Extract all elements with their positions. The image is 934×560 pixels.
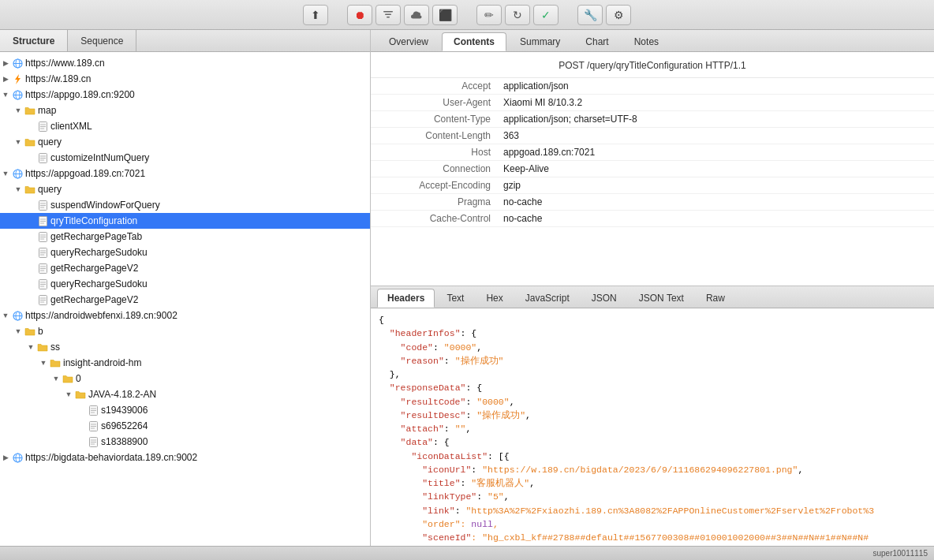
tree-item[interactable]: qryTitleConfiguration (0, 213, 370, 229)
stop-btn[interactable]: ⬛ (432, 5, 458, 25)
tree-item[interactable]: getRechargePageTab (0, 229, 370, 245)
tab-json-text[interactable]: JSON Text (629, 289, 694, 308)
tree-toggle-icon: ▼ (25, 343, 36, 351)
structure-tabs: Structure Sequence (0, 30, 370, 52)
tree-item[interactable]: ▼https://androidwebfenxi.189.cn:9002 (0, 308, 370, 323)
bottom-tabs: Headers Text Hex JavaScript JSON JSON Te… (371, 286, 934, 308)
tab-sequence[interactable]: Sequence (68, 30, 136, 51)
header-value: Xiaomi MI 8/10.3.2 (497, 95, 934, 111)
tree-node-icon (11, 58, 24, 69)
tree-item-label: 0 (76, 373, 81, 384)
tab-text[interactable]: Text (436, 289, 474, 308)
filter-btn[interactable] (375, 5, 401, 25)
tab-chart[interactable]: Chart (573, 32, 620, 51)
tab-contents[interactable]: Contents (442, 32, 506, 51)
header-value: no-cache (497, 211, 934, 227)
tree-item-label: https://androidwebfenxi.189.cn:9002 (25, 310, 177, 321)
tree-item[interactable]: s18388900 (0, 434, 370, 450)
tab-json[interactable]: JSON (581, 289, 627, 308)
tree-item[interactable]: ▶https://w.189.cn (0, 71, 370, 87)
tree-item[interactable]: ▶https://bigdata-behaviordata.189.cn:900… (0, 450, 370, 465)
check-btn[interactable]: ✓ (533, 5, 559, 25)
tab-summary[interactable]: Summary (508, 32, 572, 51)
tree-item[interactable]: suspendWindowForQuery (0, 197, 370, 213)
tab-raw[interactable]: Raw (696, 289, 735, 308)
tab-notes[interactable]: Notes (622, 32, 671, 51)
header-value: Keep-Alive (497, 161, 934, 177)
tree-item[interactable]: clientXML (0, 118, 370, 134)
svg-rect-0 (383, 11, 393, 13)
tree-toggle-icon: ▼ (63, 390, 74, 398)
tree-node-icon (87, 437, 99, 447)
cloud-btn[interactable] (404, 5, 429, 25)
tree-item[interactable]: ▼https://appgo.189.cn:9200 (0, 87, 370, 103)
header-key: Content-Type (371, 111, 497, 128)
svg-marker-6 (15, 74, 21, 84)
tab-hex[interactable]: Hex (476, 289, 513, 308)
tree-toggle-icon: ▼ (0, 91, 11, 99)
left-panel: Structure Sequence ▶https://www.189.cn▶h… (0, 30, 371, 546)
tree-item[interactable]: ▼https://appgoad.189.cn:7021 (0, 166, 370, 181)
status-user: super10011115 (872, 549, 928, 558)
tree-item[interactable]: ▼ss (0, 339, 370, 355)
tree-item-label: getRechargePageTab (50, 231, 142, 242)
tree-toggle-icon: ▼ (0, 170, 11, 177)
tree-node-icon (11, 90, 24, 100)
svg-rect-1 (385, 13, 391, 15)
svg-rect-2 (387, 17, 390, 18)
tree-item-label: getRechargePageV2 (50, 294, 138, 305)
tree-node-icon (24, 137, 36, 147)
tree-item[interactable]: queryRechargeSudoku (0, 276, 370, 292)
tree-item-label: s18388900 (101, 436, 148, 447)
tab-headers[interactable]: Headers (377, 289, 435, 308)
settings-btn[interactable]: ⚙ (606, 5, 631, 25)
tree-item[interactable]: ▼insight-android-hm (0, 355, 370, 371)
header-row: Content-Typeapplication/json; charset=UT… (371, 111, 934, 128)
tree-item[interactable]: getRechargePageV2 (0, 260, 370, 276)
tree-item[interactable]: customizeIntNumQuery (0, 150, 370, 166)
toolbar: ⬆ ⏺ ⬛ ✏ ↻ ✓ 🔧 ⚙ (0, 0, 934, 30)
tree-item[interactable]: ▼query (0, 134, 370, 150)
tab-structure[interactable]: Structure (0, 30, 68, 51)
tree-item[interactable]: ▼b (0, 323, 370, 339)
tree-item[interactable]: ▼0 (0, 371, 370, 386)
header-row: Pragmano-cache (371, 194, 934, 211)
tree-node-icon (36, 200, 49, 211)
tab-javascript[interactable]: JavaScript (515, 289, 580, 308)
tree-node-icon (87, 405, 99, 416)
record-btn[interactable]: ⏺ (347, 5, 372, 25)
tree-item[interactable]: ▶https://www.189.cn (0, 55, 370, 71)
header-value: application/json (497, 78, 934, 95)
header-key: Accept (371, 78, 497, 95)
tree-item[interactable]: ▼query (0, 181, 370, 197)
tree-toggle-icon: ▶ (0, 59, 11, 67)
refresh-btn[interactable]: ↻ (505, 5, 530, 25)
tree-item[interactable]: s19439006 (0, 402, 370, 418)
tree-item-label: https://appgoad.189.cn:7021 (25, 168, 145, 179)
tree-toggle-icon: ▼ (0, 312, 11, 319)
tree-item-label: https://www.189.cn (25, 58, 105, 69)
tree-item[interactable]: getRechargePageV2 (0, 292, 370, 308)
tree-item-label: insight-android-hm (63, 357, 141, 368)
tree-node-icon (24, 327, 36, 336)
tree-item-label: queryRechargeSudoku (50, 247, 148, 258)
tree-node-icon (87, 421, 99, 431)
header-row: User-AgentXiaomi MI 8/10.3.2 (371, 95, 934, 111)
tree-item-label: s69652264 (101, 420, 148, 431)
tools-btn[interactable]: 🔧 (577, 5, 603, 25)
tree-node-icon (36, 248, 49, 258)
tree-item[interactable]: ▼map (0, 103, 370, 118)
tab-overview[interactable]: Overview (377, 32, 440, 51)
header-value: gzip (497, 177, 934, 194)
tree-item-label: customizeIntNumQuery (50, 152, 149, 163)
pointer-tool-btn[interactable]: ⬆ (303, 5, 328, 25)
tree-item-label: clientXML (50, 121, 92, 132)
tree-item[interactable]: ▼JAVA-4.18.2-AN (0, 386, 370, 402)
tree-item-label: query (38, 136, 62, 147)
pen-btn[interactable]: ✏ (476, 5, 502, 25)
tree-node-icon (49, 358, 62, 368)
header-key: Pragma (371, 194, 497, 211)
tree-item[interactable]: queryRechargeSudoku (0, 245, 370, 260)
tree-item[interactable]: s69652264 (0, 418, 370, 434)
headers-table: Acceptapplication/jsonUser-AgentXiaomi M… (371, 78, 934, 227)
